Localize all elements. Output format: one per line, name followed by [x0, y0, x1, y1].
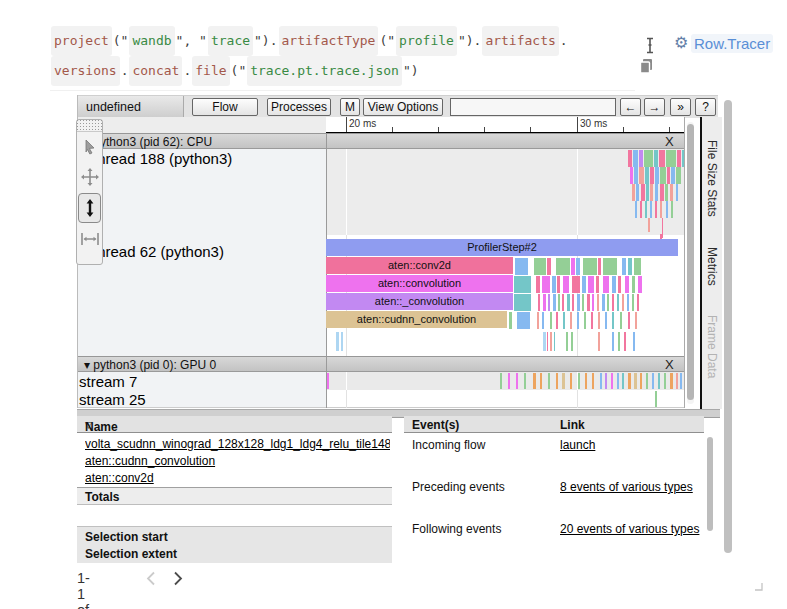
panel-scrollbar-thumb[interactable] — [724, 100, 732, 553]
gear-icon[interactable]: ⚙ — [674, 33, 688, 52]
totals-label: Totals — [85, 490, 119, 504]
selection-extent-label: Selection extent — [85, 547, 177, 561]
move-icon — [81, 168, 99, 186]
code-token-p: "). — [458, 27, 481, 55]
sidebar-tabstrip: File Size Stats Metrics Frame Data — [702, 117, 722, 409]
stream-25-name: stream 25 — [79, 391, 146, 408]
following-events-link[interactable]: 20 events of various types — [560, 522, 705, 536]
events-column-header: Event(s) — [412, 418, 459, 432]
thread-188-timeline[interactable] — [326, 149, 684, 235]
cpu-process-header[interactable]: ▾ python3 (pid 62): CPU X — [77, 133, 684, 149]
code-token-fn: project — [51, 26, 112, 56]
name-row-conv2d[interactable]: aten::conv2d — [85, 471, 390, 485]
nav-left-button[interactable]: ← — [620, 98, 641, 116]
zoom-tool-button[interactable] — [78, 193, 101, 223]
code-token-fn: versions — [51, 56, 120, 86]
name-row-volta-kernel[interactable]: volta_scudnn_winograd_128x128_ldg1_ldg4_… — [85, 437, 390, 451]
copy-icon[interactable] — [639, 58, 654, 78]
events-scrollbar-thumb[interactable] — [707, 437, 713, 531]
code-token-p: (" — [113, 27, 129, 55]
totals-band: Totals — [77, 487, 392, 505]
pagination-next-button[interactable] — [173, 571, 183, 589]
following-events-label: Following events — [412, 522, 501, 536]
help-button[interactable]: ? — [695, 98, 716, 116]
selection-start-label: Selection start — [85, 530, 168, 544]
trace-title: undefined — [86, 100, 141, 114]
trace-search-input[interactable] — [450, 98, 616, 116]
thread-62-name: thread 62 (python3) — [93, 243, 224, 260]
cpu-process-title: ▾ python3 (pid 62): CPU — [84, 135, 212, 149]
query-line-1: project("wandb", "trace").artifactType("… — [50, 26, 635, 56]
trace-title-tab[interactable]: undefined — [77, 96, 184, 118]
gpu-process-title: ▾ python3 (pid 0): GPU 0 — [84, 358, 216, 372]
gpu-process-header[interactable]: ▾ python3 (pid 0): GPU 0 X — [77, 356, 684, 372]
conv2d-bar[interactable]: aten::conv2d — [326, 257, 513, 274]
sort-icon: ▽ — [85, 420, 92, 430]
code-token-p: . — [121, 57, 129, 85]
link-column-header: Link — [560, 418, 585, 432]
name-row-cudnn-convolution[interactable]: aten::cudnn_convolution — [85, 454, 390, 468]
code-token-str: wandb — [129, 26, 174, 56]
select-tool-button[interactable] — [77, 132, 102, 162]
convolution-bar[interactable]: aten::convolution — [326, 275, 513, 292]
resize-grip-icon[interactable] — [750, 577, 763, 595]
events-table-scrollbar[interactable] — [707, 437, 713, 533]
nav-fast-forward-button[interactable]: » — [670, 98, 691, 116]
pagination-prev-button[interactable] — [146, 571, 156, 589]
gpu-close-button[interactable]: X — [665, 357, 674, 372]
trace-vertical-scrollbar[interactable] — [687, 122, 694, 404]
code-token-fn: file — [192, 56, 229, 86]
pagination-count: 1-1 of 3 — [77, 570, 90, 609]
code-token-str: trace — [208, 26, 253, 56]
ruler-tick-30ms: 30 ms — [580, 118, 607, 129]
timeline-ruler[interactable] — [326, 117, 684, 134]
tool-palette — [76, 119, 103, 265]
processes-button[interactable]: Processes — [267, 98, 331, 116]
row-tracer-link[interactable]: Row.Tracer — [691, 34, 773, 53]
stream-25-timeline[interactable] — [326, 390, 684, 408]
palette-drag-handle[interactable] — [77, 120, 102, 132]
code-token-fn: concat — [129, 56, 182, 86]
ruler-left-filler — [77, 117, 326, 133]
pan-tool-button[interactable] — [77, 162, 102, 192]
timing-tool-button[interactable] — [77, 224, 102, 254]
tab-file-size-stats[interactable]: File Size Stats — [705, 140, 719, 217]
incoming-flow-link[interactable]: launch — [560, 438, 705, 452]
query-line-2: versions.concat.file("trace.pt.trace.jso… — [50, 56, 635, 86]
code-token-str: profile — [396, 26, 457, 56]
stream-7-timeline[interactable] — [326, 372, 684, 390]
incoming-flow-label: Incoming flow — [412, 438, 485, 452]
cpu-close-button[interactable]: X — [665, 134, 674, 149]
stream-7-name: stream 7 — [79, 373, 137, 390]
code-token-p: . — [183, 57, 191, 85]
code-token-p: (" — [379, 27, 395, 55]
tab-frame-data[interactable]: Frame Data — [705, 315, 719, 378]
timeline-right-border — [684, 117, 685, 408]
panel-vertical-scrollbar[interactable] — [724, 98, 732, 558]
cudnn-convolution-bar[interactable]: aten::cudnn_convolution — [326, 311, 507, 328]
code-token-p: ") — [403, 57, 419, 85]
trace-scrollbar-thumb[interactable] — [687, 124, 694, 400]
profiler-step-bar[interactable]: ProfilerStep#2 — [326, 239, 678, 256]
preceding-events-link[interactable]: 8 events of various types — [560, 480, 705, 494]
code-token-str: trace.pt.trace.json — [247, 56, 402, 86]
nav-right-button[interactable]: → — [644, 98, 665, 116]
code-token-p: "). — [254, 27, 277, 55]
thread-188-name: thread 188 (python3) — [93, 150, 232, 167]
view-options-button[interactable]: View Options — [363, 98, 443, 116]
metadata-button[interactable]: M — [340, 98, 360, 116]
cursor-arrow-icon — [83, 139, 97, 155]
trace-toolbar: undefined Flow events Processes M View O… — [77, 95, 718, 118]
name-table-header[interactable]: Name ▽ — [77, 416, 392, 433]
code-token-p: (" — [231, 57, 247, 85]
text-cursor-icon[interactable] — [644, 37, 656, 58]
flow-events-button[interactable]: Flow events — [192, 98, 258, 116]
underscore-convolution-bar[interactable]: aten::_convolution — [326, 293, 513, 310]
code-token-p: ", " — [176, 27, 207, 55]
code-token-p: . — [560, 27, 568, 55]
code-token-fn: artifactType — [279, 26, 379, 56]
tab-metrics[interactable]: Metrics — [705, 247, 719, 286]
selection-band: Selection start Selection extent — [77, 526, 392, 563]
vertical-zoom-icon — [84, 199, 96, 217]
timing-range-icon — [81, 232, 99, 246]
